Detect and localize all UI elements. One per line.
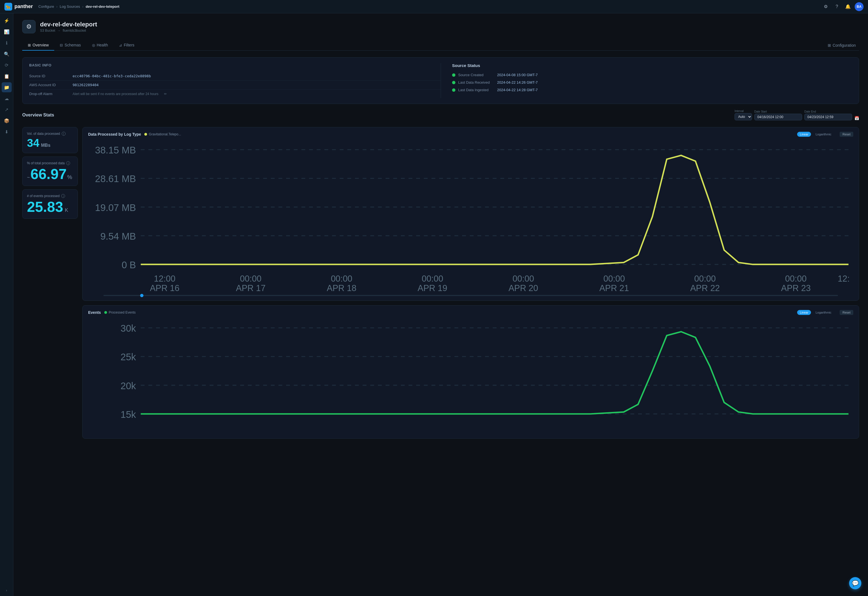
vol-data-label: Vol. of data processed i [27,132,73,136]
interval-select[interactable]: Auto [735,113,752,120]
events-info-icon[interactable]: i [61,194,65,198]
breadcrumb: Configure › Log Sources › dev-rel-dev-te… [38,4,119,9]
scale-logarithmic-btn[interactable]: Logarithmic [813,132,834,137]
stats-controls: Interval Auto Date Start Date End 📅 [735,109,859,120]
sidebar-item-log-sources[interactable]: 📁 [1,82,12,92]
last-received-dot [452,81,455,84]
date-start-label: Date Start [754,110,802,113]
stat-card-pct-total: % of total processed data i ~ 66.97 % [22,156,78,186]
pct-total-info-icon[interactable]: i [66,161,70,165]
stat-card-vol-data: Vol. of data processed i 34 MBs [22,127,78,153]
sidebar-item-info[interactable]: ℹ [1,38,12,48]
main-layout: ⚡ 📊 ℹ 🔍 ⟳ 📋 📁 ☁ ↗ 📦 ⬇ › ⚙ dev-rel-dev-te… [0,13,868,596]
breadcrumb-configure[interactable]: Configure [38,4,54,9]
pct-total-number: 66.97 [31,167,67,181]
vol-data-info-icon[interactable]: i [62,132,66,136]
source-id-label: Source ID [29,74,68,78]
sidebar-item-rules[interactable]: 📋 [1,71,12,81]
last-received-label: Last Data Received [458,80,495,84]
chart-events-header: Events Processed Events Linear Logarithm… [88,310,853,315]
legend-label-gravitational: Gravitational.Telepo... [149,132,181,136]
sidebar-expand-btn[interactable]: › [1,587,12,594]
chart-legend-gravitational: Gravitational.Telepo... [144,132,181,136]
edit-dropoff-icon[interactable]: ✏ [164,92,167,96]
chart-data-processed: Data Processed by Log Type Gravitational… [82,127,859,301]
chart-slider-track [88,294,853,296]
vol-data-value-group: 34 MBs [27,137,73,149]
legend-dot-gravitational [144,133,147,136]
svg-text:15k: 15k [121,409,136,420]
aws-account-row: AWS Account ID 981262289404 [29,81,441,90]
last-ingested-value: 2024-04-22 14:28 GMT-7 [497,88,538,92]
chart-reset-btn[interactable]: Reset [840,132,853,137]
sidebar-bottom: › [1,587,12,594]
source-created-label: Source Created [458,73,495,77]
notifications-button[interactable]: 🔔 [843,2,852,11]
tab-filters[interactable]: ⊿ Filters [114,40,140,50]
help-button[interactable]: ? [833,2,841,11]
scale-linear-btn[interactable]: Linear [797,132,811,137]
interval-control: Interval Auto [735,109,752,120]
aws-account-label: AWS Account ID [29,83,68,87]
events-reset-btn[interactable]: Reset [840,310,853,315]
avatar[interactable]: BA [855,2,864,11]
sidebar-item-alerts[interactable]: ⚡ [1,16,12,25]
source-status-section: Source Status Source Created 2024-04-08 … [441,63,852,98]
chart-slider-handle[interactable] [140,294,143,297]
sidebar-item-import[interactable]: ⬇ [1,127,12,137]
legend-dot-events [104,311,107,314]
tab-health[interactable]: ◎ Health [87,40,114,50]
config-label: Configuration [833,43,856,47]
events-scale-logarithmic-btn[interactable]: Logarithmic [813,310,834,315]
chart-data-processed-header: Data Processed by Log Type Gravitational… [88,132,853,137]
legend-label-events: Processed Events [109,310,136,314]
calendar-icon[interactable]: 📅 [855,116,859,120]
pct-suffix: % [67,174,72,180]
settings-button[interactable]: ⚙ [821,2,830,11]
tab-schemas-icon: ⊟ [60,43,63,47]
tab-overview[interactable]: ⊞ Overview [22,40,54,50]
page-subtitle: S3 Bucket → fluentds3bucket [40,29,97,32]
source-id-row: Source ID ecc40796-04bc-481c-bfe3-ceda22… [29,72,441,81]
sidebar-item-export[interactable]: ↗ [1,105,12,115]
svg-text:28.61 MB: 28.61 MB [95,174,136,184]
svg-text:20k: 20k [121,381,136,391]
topnav: 🐆 panther Configure › Log Sources › dev-… [0,0,868,13]
config-icon: ⊞ [828,43,831,47]
topnav-actions: ⚙ ? 🔔 BA [821,2,864,11]
app-logo[interactable]: 🐆 panther [4,3,33,10]
events-scale-linear-btn[interactable]: Linear [797,310,811,315]
date-start-control: Date Start [754,110,802,120]
tab-schemas-label: Schemas [65,43,81,47]
date-end-control: Date End [805,110,852,120]
sidebar-item-packs[interactable]: 📦 [1,116,12,125]
source-id-value: ecc40796-04bc-481c-bfe3-ceda22e8898b [72,74,151,78]
source-status-title: Source Status [452,63,852,68]
app-name: panther [15,4,33,9]
svg-text:00:00: 00:00 [331,274,352,283]
source-created-value: 2024-04-08 15:00 GMT-7 [497,73,538,77]
overview-stats-title: Overview Stats [22,112,54,118]
events-number: 25.83 [27,199,63,214]
svg-text:APR 17: APR 17 [236,283,266,293]
overview-stats-header: Overview Stats Interval Auto Date Start … [22,109,859,120]
chart-data-processed-svg: 38.15 MB 28.61 MB 19.07 MB 9.54 MB 0 B [88,140,853,293]
configuration-button[interactable]: ⊞ Configuration [824,41,859,49]
date-start-input[interactable] [754,114,802,120]
chart-events: Events Processed Events Linear Logarithm… [82,305,859,439]
chart-events-svg: 30k 25k 20k 15k [88,318,853,433]
subtitle-prefix: S3 Bucket [40,29,55,32]
sidebar-item-cloud[interactable]: ☁ [1,93,12,103]
tab-filters-icon: ⊿ [119,43,122,47]
breadcrumb-log-sources[interactable]: Log Sources [60,4,80,9]
chat-widget-button[interactable]: 💬 [849,577,861,589]
date-end-input[interactable] [805,114,852,120]
pct-prefix: ~ [27,174,30,180]
sidebar-item-dashboard[interactable]: 📊 [1,27,12,37]
svg-text:38.15 MB: 38.15 MB [95,145,136,155]
pct-total-label: % of total processed data i [27,161,73,165]
sidebar-item-search[interactable]: 🔍 [1,49,12,59]
source-icon: ⚙ [22,20,35,33]
sidebar-item-replay[interactable]: ⟳ [1,60,12,70]
tab-schemas[interactable]: ⊟ Schemas [54,40,86,50]
